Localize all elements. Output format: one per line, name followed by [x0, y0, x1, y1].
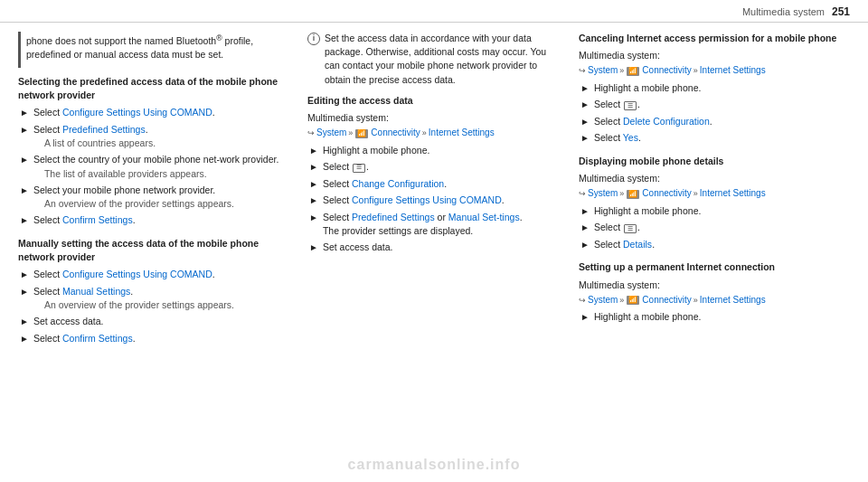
sub-text: An overview of the provider settings app…: [44, 299, 234, 310]
info-block: i Set the access data in accordance with…: [307, 32, 561, 87]
list-item: ► Select ☰.: [579, 98, 850, 112]
link-configure2[interactable]: Configure Settings Using COMAND: [62, 269, 212, 279]
link-confirm2[interactable]: Confirm Settings: [62, 333, 133, 344]
section1-heading: Selecting the predefined access data of …: [18, 75, 289, 102]
link-yes[interactable]: Yes: [623, 132, 638, 143]
bullet-arrow-icon: ►: [20, 316, 29, 329]
list-item: ► Select Configure Settings Using COMAND…: [18, 106, 289, 120]
link-configure3[interactable]: Configure Settings Using COMAND: [352, 194, 502, 205]
bullet-arrow-icon: ►: [20, 107, 29, 120]
bullet-arrow-icon: ►: [309, 145, 318, 158]
breadcrumb-permanent: ↪ System » 📶 Connectivity » Internet Set…: [579, 294, 850, 307]
bullet-arrow-icon: ►: [309, 161, 318, 175]
item-text: Select Predefined Settings or Manual Set…: [323, 211, 561, 238]
item-text: Select ☰.: [594, 221, 850, 234]
bullet-arrow-icon: ►: [20, 269, 29, 282]
item-text: Highlight a mobile phone.: [594, 81, 850, 95]
bc-system2[interactable]: System: [588, 64, 618, 78]
list-item: ► Highlight a mobile phone.: [579, 204, 850, 219]
multimedia-sub2: Multimedia system:: [579, 49, 850, 62]
connectivity-icon: 📶: [355, 129, 368, 138]
info-text: Set the access data in accordance with y…: [325, 32, 561, 87]
link-predefined2[interactable]: Predefined Settings: [352, 212, 435, 222]
link-confirm[interactable]: Confirm Settings: [62, 214, 133, 225]
item-text: Select Manual Settings.An overview of th…: [33, 285, 289, 312]
link-manual-set[interactable]: Manual Set-tings: [448, 212, 520, 222]
item-text: Highlight a mobile phone.: [594, 310, 850, 324]
bc-sep2: »: [422, 128, 427, 139]
list-item: ► Set access data.: [307, 241, 561, 255]
bullet-arrow-icon: ►: [580, 132, 590, 146]
item-text: Select ☰.: [323, 160, 561, 174]
bullet-arrow-icon: ►: [580, 311, 590, 325]
cancel-heading: Canceling Internet access permission for…: [579, 32, 850, 45]
bc-sep: »: [348, 128, 353, 139]
bc-arrow-icon4: ↪: [579, 295, 586, 307]
item-text: Select Configure Settings Using COMAND.: [33, 268, 289, 281]
bc-internet-settings[interactable]: Internet Settings: [429, 127, 495, 140]
bc-arrow-icon: ↪: [307, 128, 315, 139]
item-text: Select Confirm Settings.: [33, 332, 289, 345]
bullet-arrow-icon: ►: [309, 194, 318, 208]
item-text: Set access data.: [33, 315, 289, 328]
list-item: ► Select Details.: [579, 238, 850, 252]
editing-heading: Editing the access data: [307, 94, 561, 108]
item-text: Select Confirm Settings.: [33, 213, 289, 227]
note-block: phone does not support the named Bluetoo…: [18, 32, 289, 68]
item-text: Select the country of your mobile phone …: [33, 153, 289, 180]
bullet-arrow-icon: ►: [580, 222, 590, 235]
bullet-arrow-icon: ►: [580, 205, 590, 219]
bc-sep4: »: [693, 65, 698, 77]
sub-text: The list of available providers appears.: [44, 168, 207, 179]
item-text: Set access data.: [323, 241, 561, 254]
bc-internet4[interactable]: Internet Settings: [700, 294, 766, 307]
link-change-config[interactable]: Change Configuration: [352, 178, 444, 189]
bc-connectivity[interactable]: Connectivity: [371, 127, 420, 140]
sub-text: An overview of the provider settings app…: [44, 198, 234, 209]
note-bar: [18, 32, 21, 68]
link-predefined[interactable]: Predefined Settings: [62, 124, 146, 135]
item-text: Select your mobile phone network provide…: [33, 184, 289, 211]
item-text: Highlight a mobile phone.: [594, 204, 850, 218]
list-item: ► Highlight a mobile phone.: [579, 310, 850, 325]
bullet-arrow-icon: ►: [580, 116, 590, 129]
list-item: ► Highlight a mobile phone.: [307, 144, 561, 158]
bc-arrow-icon3: ↪: [579, 188, 586, 200]
menu-icon2: ☰: [624, 101, 637, 110]
link-configure[interactable]: Configure Settings Using COMAND: [62, 107, 212, 118]
bullet-arrow-icon: ►: [309, 241, 318, 255]
bc-connectivity4[interactable]: Connectivity: [642, 294, 691, 307]
item-text: Select Delete Configuration.: [594, 115, 850, 128]
list-item: ► Select Change Configuration.: [307, 177, 561, 192]
multimedia-sub4: Multimedia system:: [579, 279, 850, 292]
bc-internet2[interactable]: Internet Settings: [700, 64, 766, 78]
list-item: ► Select ☰.: [307, 160, 561, 175]
bc-sep7: »: [619, 295, 624, 307]
info-icon: i: [307, 33, 320, 45]
list-item: ► Select the country of your mobile phon…: [18, 153, 289, 180]
display-heading: Displaying mobile phone details: [579, 155, 850, 168]
list-item: ► Select Delete Configuration.: [579, 115, 850, 129]
col-middle: i Set the access data in accordance with…: [307, 32, 561, 467]
item-text: Highlight a mobile phone.: [323, 144, 561, 157]
list-item: ► Select Confirm Settings.: [18, 332, 289, 346]
bc-internet3[interactable]: Internet Settings: [700, 187, 766, 201]
link-delete-config[interactable]: Delete Configuration: [623, 116, 710, 127]
note-text: phone does not support the named Bluetoo…: [26, 32, 289, 61]
page-container: Multimedia system 251 phone does not sup…: [0, 0, 868, 482]
bc-sep3: »: [619, 65, 624, 77]
header-title: Multimedia system: [742, 6, 825, 17]
col-right: Canceling Internet access permission for…: [579, 32, 850, 467]
bc-connectivity3[interactable]: Connectivity: [642, 187, 691, 201]
bullet-arrow-icon: ►: [20, 124, 29, 137]
link-details[interactable]: Details: [623, 239, 652, 250]
bc-system4[interactable]: System: [588, 294, 618, 307]
content-area: phone does not support the named Bluetoo…: [0, 23, 868, 476]
item-text: Select Predefined Settings.A list of cou…: [33, 123, 289, 150]
bc-system3[interactable]: System: [588, 187, 618, 201]
connectivity-icon4: 📶: [627, 296, 639, 305]
bc-system[interactable]: System: [316, 127, 346, 140]
bc-connectivity2[interactable]: Connectivity: [642, 64, 691, 78]
breadcrumb-cancel: ↪ System » 📶 Connectivity » Internet Set…: [579, 64, 850, 78]
link-manual[interactable]: Manual Settings: [62, 286, 130, 297]
